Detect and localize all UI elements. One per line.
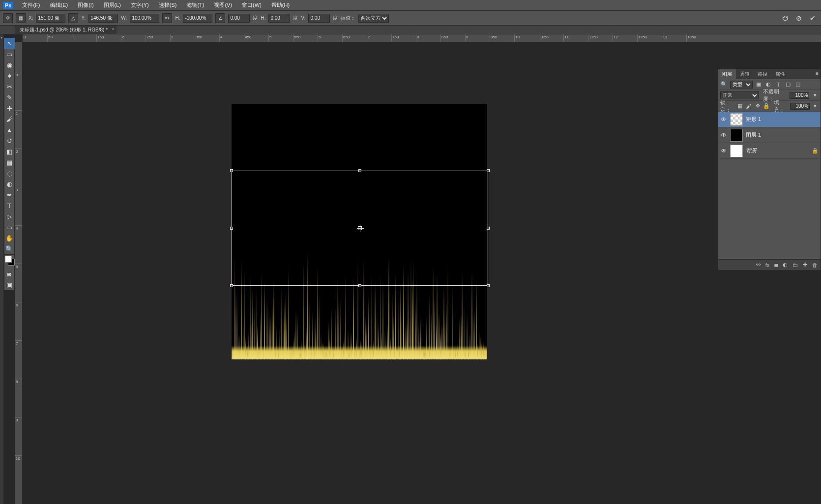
new-layer-icon[interactable]: ✚: [803, 262, 807, 268]
shape-tool[interactable]: ▭: [4, 222, 15, 233]
menu-window[interactable]: 窗口(W): [238, 0, 265, 10]
close-tab-icon[interactable]: ×: [112, 27, 115, 31]
hand-tool[interactable]: ✋: [4, 233, 15, 243]
blend-mode-select[interactable]: 正常: [720, 91, 759, 99]
dodge-tool[interactable]: ◐: [4, 178, 15, 189]
group-icon[interactable]: 🗀: [792, 262, 798, 268]
visibility-eye-icon[interactable]: 👁: [720, 148, 727, 154]
transform-handle-br[interactable]: [487, 284, 490, 287]
foreground-color-swatch[interactable]: [5, 256, 12, 263]
filter-shape-icon[interactable]: ▢: [784, 81, 792, 89]
menu-layer[interactable]: 图层(L): [100, 0, 125, 10]
angle-input[interactable]: [228, 14, 250, 23]
tab-paths[interactable]: 路径: [754, 69, 771, 79]
history-brush-tool[interactable]: ↺: [4, 135, 15, 146]
transform-tool-icon[interactable]: ✥: [3, 13, 13, 23]
transform-handle-ml[interactable]: [230, 227, 233, 230]
layer-thumbnail[interactable]: [730, 145, 743, 157]
lasso-tool[interactable]: ◉: [4, 59, 15, 70]
transform-handle-tr[interactable]: [487, 169, 490, 172]
reference-point-icon[interactable]: ▦: [16, 13, 26, 23]
commit-transform-icon[interactable]: ✔: [807, 13, 818, 24]
menu-image[interactable]: 图像(I): [74, 0, 97, 10]
menu-edit[interactable]: 编辑(E): [46, 0, 72, 10]
zoom-tool[interactable]: 🔍: [4, 243, 15, 254]
layer-mask-icon[interactable]: ◙: [774, 262, 778, 268]
y-input[interactable]: [88, 14, 118, 23]
menu-select[interactable]: 选择(S): [155, 0, 181, 10]
swap-xy-icon[interactable]: △: [68, 13, 78, 23]
lock-transparent-icon[interactable]: ▦: [736, 102, 743, 110]
lock-pixels-icon[interactable]: 🖌: [745, 102, 752, 110]
transform-handle-bm[interactable]: [358, 284, 361, 287]
layer-row[interactable]: 👁矩形 1: [718, 112, 821, 127]
transform-bounding-box[interactable]: [232, 171, 488, 286]
layer-name[interactable]: 背景: [746, 147, 809, 154]
interp-select[interactable]: 两次立方: [358, 14, 389, 23]
panel-menu-icon[interactable]: ≡: [816, 71, 819, 76]
fill-input[interactable]: [790, 103, 810, 110]
tab-properties[interactable]: 属性: [771, 69, 789, 79]
search-icon[interactable]: 🔍: [720, 81, 728, 89]
crop-tool[interactable]: ✂: [4, 81, 15, 92]
menu-help[interactable]: 帮助(H): [267, 0, 293, 10]
spot-heal-tool[interactable]: ✚: [4, 103, 15, 114]
filter-type-icon[interactable]: T: [774, 81, 782, 89]
screenmode-icon[interactable]: ▣: [4, 279, 15, 290]
lock-all-icon[interactable]: 🔒: [763, 102, 770, 110]
menu-file[interactable]: 文件(F): [18, 0, 44, 10]
pen-tool[interactable]: ✒: [4, 189, 15, 200]
layer-name[interactable]: 矩形 1: [746, 116, 819, 123]
color-swatches[interactable]: [4, 255, 15, 268]
left-dock-strip[interactable]: ▸: [0, 34, 4, 504]
path-select-tool[interactable]: ▷: [4, 211, 15, 222]
link-layers-icon[interactable]: ⚯: [756, 262, 761, 268]
canvas-viewport[interactable]: [23, 42, 821, 504]
visibility-eye-icon[interactable]: 👁: [720, 116, 727, 123]
cancel-transform-icon[interactable]: ⊘: [793, 13, 804, 24]
tab-layers[interactable]: 图层: [718, 69, 736, 79]
quickmask-icon[interactable]: ◙: [4, 268, 15, 279]
layer-row[interactable]: 👁图层 1: [718, 127, 821, 143]
fill-dropdown-icon[interactable]: ▾: [812, 102, 819, 110]
vskew-input[interactable]: [308, 14, 330, 23]
horizontal-ruler[interactable]: 0501150225033504450555066507750885099501…: [23, 34, 821, 42]
layer-thumbnail[interactable]: [730, 129, 743, 142]
link-wh-icon[interactable]: ⚯: [162, 13, 172, 23]
opacity-input[interactable]: [790, 92, 809, 99]
adjustment-icon[interactable]: ◐: [783, 262, 788, 268]
transform-handle-mr[interactable]: [487, 227, 490, 230]
filter-smart-icon[interactable]: ◫: [794, 81, 802, 89]
opacity-dropdown-icon[interactable]: ▾: [811, 91, 819, 99]
delete-layer-icon[interactable]: 🗑: [812, 262, 818, 268]
lock-position-icon[interactable]: ✥: [754, 102, 761, 110]
blur-tool[interactable]: ◌: [4, 168, 15, 178]
clone-stamp-tool[interactable]: ▲: [4, 124, 15, 135]
gradient-tool[interactable]: ▤: [4, 157, 15, 168]
transform-handle-tm[interactable]: [358, 169, 361, 172]
tab-channels[interactable]: 通道: [736, 69, 754, 79]
menu-filter[interactable]: 滤镜(T): [182, 0, 208, 10]
transform-handle-bl[interactable]: [230, 284, 233, 287]
warp-mode-icon[interactable]: ☋: [780, 13, 791, 24]
layer-row[interactable]: 👁背景🔒: [718, 143, 821, 159]
filter-type-select[interactable]: 类型: [730, 81, 753, 89]
x-input[interactable]: [36, 14, 65, 23]
type-tool[interactable]: T: [4, 200, 15, 211]
layer-thumbnail[interactable]: [730, 113, 743, 126]
vertical-ruler[interactable]: 012345678910: [15, 42, 23, 504]
filter-adjust-icon[interactable]: ◐: [764, 81, 772, 89]
move-tool[interactable]: ↖: [4, 38, 15, 49]
eraser-tool[interactable]: ◧: [4, 146, 15, 157]
layer-name[interactable]: 图层 1: [746, 131, 819, 139]
document-tab[interactable]: 未标题-1.psd @ 206% (矩形 1, RGB/8) * ×: [15, 26, 117, 34]
eyedropper-tool[interactable]: ✎: [4, 92, 15, 103]
filter-pixel-icon[interactable]: ▦: [755, 81, 762, 89]
menu-type[interactable]: 文字(Y): [127, 0, 153, 10]
menu-view[interactable]: 视图(V): [210, 0, 236, 10]
transform-handle-tl[interactable]: [230, 169, 233, 172]
visibility-eye-icon[interactable]: 👁: [720, 132, 727, 139]
hskew-input[interactable]: [268, 14, 290, 23]
marquee-tool[interactable]: ▭: [4, 49, 15, 59]
h-input[interactable]: [183, 14, 212, 23]
